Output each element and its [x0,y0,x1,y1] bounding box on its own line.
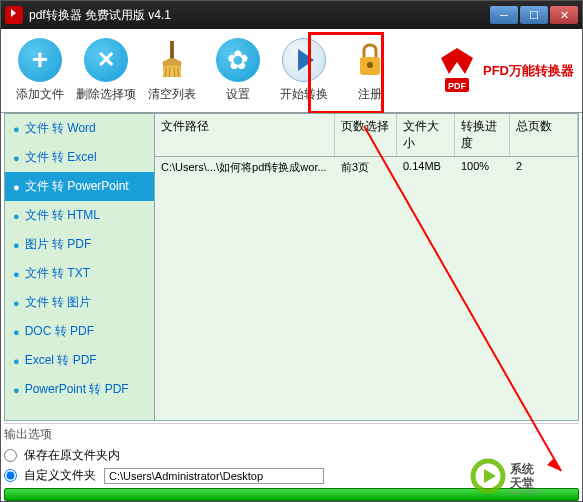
col-total[interactable]: 总页数 [510,114,578,156]
sidebar-item-7[interactable]: DOC 转 PDF [5,317,154,346]
col-path[interactable]: 文件路径 [155,114,335,156]
brand: PDF PFD万能转换器 [435,46,574,96]
gear-icon [216,38,260,82]
broom-icon [150,38,194,82]
pdf-brand-icon: PDF [435,46,479,96]
sidebar-item-2[interactable]: 文件 转 PowerPoint [5,172,154,201]
svg-rect-0 [170,41,174,58]
svg-text:系统: 系统 [509,462,535,476]
sidebar-item-3[interactable]: 文件 转 HTML [5,201,154,230]
custom-folder-label: 自定义文件夹 [24,467,96,484]
play-icon [282,38,326,82]
col-progress[interactable]: 转换进度 [455,114,510,156]
add-file-button[interactable]: 添加文件 [9,34,71,108]
col-pages[interactable]: 页数选择 [335,114,397,156]
register-button[interactable]: 注册 [339,34,401,108]
sidebar-item-6[interactable]: 文件 转 图片 [5,288,154,317]
sidebar-item-5[interactable]: 文件 转 TXT [5,259,154,288]
start-label: 开始转换 [280,86,328,103]
minimize-button[interactable]: ─ [490,6,518,24]
watermark: 系统天堂xpgod.com [470,457,580,499]
app-icon [5,6,23,24]
lock-icon [348,38,392,82]
plus-icon [18,38,62,82]
sidebar-item-4[interactable]: 图片 转 PDF [5,230,154,259]
clear-list-button[interactable]: 清空列表 [141,34,203,108]
settings-label: 设置 [226,86,250,103]
save-original-radio[interactable] [4,449,17,462]
sidebar-item-9[interactable]: PowerPoint 转 PDF [5,375,154,404]
settings-button[interactable]: 设置 [207,34,269,108]
toolbar: 添加文件 删除选择项 清空列表 设置 开始转换 注册 P [1,29,582,113]
table-row[interactable]: C:\Users\...\如何将pdf转换成wor...前3页0.14MB100… [155,157,578,178]
maximize-button[interactable]: ☐ [520,6,548,24]
sidebar: 文件 转 Word文件 转 Excel文件 转 PowerPoint文件 转 H… [5,114,155,420]
output-title: 输出选项 [4,423,579,443]
close-button[interactable]: ✕ [550,6,578,24]
custom-path-field[interactable]: C:\Users\Administrator\Desktop [104,468,324,484]
file-area: 文件路径 页数选择 文件大小 转换进度 总页数 C:\Users\...\如何将… [155,114,578,420]
sidebar-item-8[interactable]: Excel 转 PDF [5,346,154,375]
brand-text: PFD万能转换器 [483,62,574,80]
svg-text:xpgod.com: xpgod.com [508,488,542,495]
register-label: 注册 [358,86,382,103]
sidebar-item-1[interactable]: 文件 转 Excel [5,143,154,172]
add-label: 添加文件 [16,86,64,103]
svg-point-6 [367,62,373,68]
col-size[interactable]: 文件大小 [397,114,455,156]
file-list-header: 文件路径 页数选择 文件大小 转换进度 总页数 [155,114,578,157]
save-original-label: 保存在原文件夹内 [24,447,120,464]
custom-folder-radio[interactable] [4,469,17,482]
svg-text:PDF: PDF [448,81,467,91]
delete-label: 删除选择项 [76,86,136,103]
x-icon [84,38,128,82]
titlebar: pdf转换器 免费试用版 v4.1 ─ ☐ ✕ [1,1,582,29]
delete-selection-button[interactable]: 删除选择项 [75,34,137,108]
sidebar-item-0[interactable]: 文件 转 Word [5,114,154,143]
clear-label: 清空列表 [148,86,196,103]
window-title: pdf转换器 免费试用版 v4.1 [29,7,490,24]
start-convert-button[interactable]: 开始转换 [273,34,335,108]
